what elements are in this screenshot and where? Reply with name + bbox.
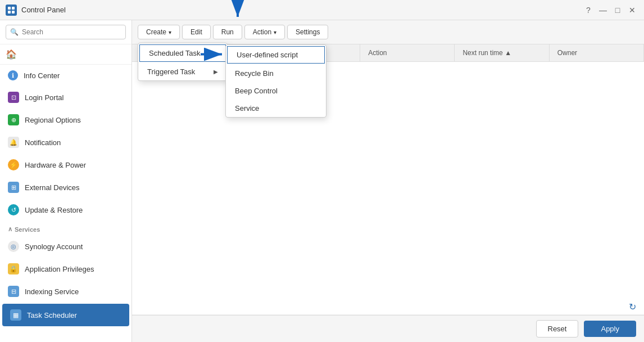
hardware-power-icon: ⚡ (8, 159, 19, 170)
svg-rect-1 (12, 7, 15, 10)
run-button[interactable]: Run (213, 25, 242, 39)
settings-label: Settings (296, 28, 320, 36)
chevron-down-icon: ∧ (8, 226, 12, 233)
bottom-bar: Reset Apply (132, 315, 644, 342)
create-label: Create (146, 28, 166, 36)
user-defined-script-item[interactable]: User-defined script (227, 46, 325, 64)
edit-label: Edit (191, 28, 202, 36)
sidebar-item-label-info-center: Info Center (24, 71, 60, 80)
sidebar-item-label-regional-options: Regional Options (25, 116, 81, 124)
sidebar-item-label-hardware-power: Hardware & Power (25, 161, 86, 169)
sidebar-item-update-restore[interactable]: ↺ Update & Restore (0, 199, 131, 221)
sidebar-item-external-devices[interactable]: ⊞ External Devices (0, 176, 131, 199)
application-privileges-icon: 🔒 (8, 263, 19, 274)
scheduled-task-label: Scheduled Task (149, 49, 201, 57)
sidebar-item-login-portal[interactable]: ⊡ Login Portal (0, 86, 131, 109)
sidebar-search-area: 🔍 (0, 20, 131, 44)
create-button[interactable]: Create ▾ (138, 25, 180, 39)
sidebar-item-synology-account[interactable]: ◎ Synology Account (0, 235, 131, 258)
sidebar-item-application-privileges[interactable]: 🔒 Application Privileges (0, 258, 131, 280)
sidebar-item-info-center[interactable]: ℹ Info Center (0, 65, 131, 86)
col-owner: Owner (550, 44, 644, 61)
content-area: Create ▾ Scheduled Task ▶ User-defined s… (132, 20, 644, 342)
sidebar: 🔍 🏠 ℹ Info Center ⊡ Login Portal ⊕ Regio… (0, 20, 132, 342)
col-action: Action (360, 44, 455, 61)
refresh-icon[interactable]: ↻ (629, 302, 636, 312)
svg-rect-3 (12, 11, 15, 14)
submenu-arrow-triggered: ▶ (214, 69, 218, 75)
svg-rect-2 (8, 11, 11, 14)
title-bar-left: Control Panel (6, 4, 66, 16)
col-next-run-time[interactable]: Next run time ▲ (455, 44, 549, 61)
create-dropdown-container: Create ▾ Scheduled Task ▶ User-defined s… (138, 25, 180, 39)
app-icon (6, 4, 17, 16)
action-dropdown-arrow: ▾ (274, 29, 276, 35)
settings-button[interactable]: Settings (287, 25, 328, 39)
synology-account-icon: ◎ (8, 241, 19, 252)
regional-options-icon: ⊕ (8, 114, 19, 125)
main-container: 🔍 🏠 ℹ Info Center ⊡ Login Portal ⊕ Regio… (0, 20, 644, 342)
app-title: Control Panel (21, 6, 66, 14)
beep-control-label: Beep Control (235, 87, 278, 95)
sidebar-item-label-indexing-service: Indexing Service (25, 287, 79, 296)
edit-button[interactable]: Edit (182, 25, 211, 39)
title-bar: Control Panel ? — □ ✕ (0, 0, 644, 20)
sidebar-item-indexing-service[interactable]: ⊟ Indexing Service (0, 280, 131, 303)
sidebar-item-regional-options[interactable]: ⊕ Regional Options (0, 109, 131, 131)
service-item[interactable]: Service (226, 100, 326, 117)
home-icon: 🏠 (6, 49, 17, 60)
action-button[interactable]: Action ▾ (244, 25, 285, 39)
login-portal-icon: ⊡ (8, 92, 19, 103)
external-devices-icon: ⊞ (8, 182, 19, 193)
action-label: Action (253, 28, 271, 36)
recycle-bin-label: Recycle Bin (235, 69, 274, 78)
close-button[interactable]: ✕ (626, 4, 638, 16)
minimize-button[interactable]: — (597, 4, 609, 16)
toolbar: Create ▾ Scheduled Task ▶ User-defined s… (132, 20, 644, 44)
sidebar-item-task-scheduler[interactable]: ▦ Task Scheduler (2, 304, 129, 326)
sidebar-item-hardware-power[interactable]: ⚡ Hardware & Power (0, 154, 131, 176)
create-dropdown-arrow: ▾ (169, 29, 171, 35)
update-restore-icon: ↺ (8, 204, 19, 215)
services-section-label: ∧ Services (0, 221, 131, 235)
task-scheduler-icon: ▦ (10, 309, 21, 321)
triggered-task-label: Triggered Task (147, 68, 195, 76)
refresh-row: ↻ (132, 299, 644, 315)
user-defined-script-label: User-defined script (237, 51, 298, 59)
sidebar-item-notification[interactable]: 🔔 Notification (0, 131, 131, 154)
info-center-icon: ℹ (8, 70, 18, 80)
triggered-task-item[interactable]: Triggered Task ▶ (138, 63, 227, 80)
scheduled-task-submenu: User-defined script (225, 44, 326, 118)
search-icon: 🔍 (10, 28, 19, 36)
search-input[interactable] (6, 25, 126, 39)
run-label: Run (221, 28, 234, 36)
sidebar-item-label-task-scheduler: Task Scheduler (27, 311, 77, 320)
sidebar-item-label-login-portal: Login Portal (25, 93, 64, 102)
reset-button[interactable]: Reset (536, 320, 579, 338)
create-dropdown-menu: Scheduled Task ▶ User-defined script (138, 43, 228, 81)
maximize-button[interactable]: □ (611, 4, 624, 16)
service-label: Service (235, 104, 259, 112)
apply-button[interactable]: Apply (584, 321, 636, 337)
table-body (132, 62, 644, 299)
scheduled-task-submenu-container: Scheduled Task ▶ User-defined script (138, 44, 227, 62)
sidebar-item-label-external-devices: External Devices (25, 183, 80, 192)
arrow-indicator-submenu (198, 47, 226, 62)
beep-control-item[interactable]: Beep Control (226, 82, 326, 100)
window-controls: ? — □ ✕ (582, 4, 638, 16)
search-wrapper: 🔍 (6, 25, 126, 39)
help-button[interactable]: ? (582, 4, 595, 16)
sidebar-item-label-application-privileges: Application Privileges (25, 265, 94, 273)
sidebar-items-list: ℹ Info Center ⊡ Login Portal ⊕ Regional … (0, 65, 131, 342)
sidebar-item-label-synology-account: Synology Account (25, 242, 83, 251)
svg-rect-0 (8, 7, 11, 10)
indexing-service-icon: ⊟ (8, 286, 19, 297)
recycle-bin-item[interactable]: Recycle Bin (226, 65, 326, 82)
home-button[interactable]: 🏠 (0, 44, 131, 65)
sidebar-item-label-notification: Notification (25, 138, 61, 147)
sidebar-item-label-update-restore: Update & Restore (25, 206, 83, 214)
notification-icon: 🔔 (8, 137, 19, 148)
